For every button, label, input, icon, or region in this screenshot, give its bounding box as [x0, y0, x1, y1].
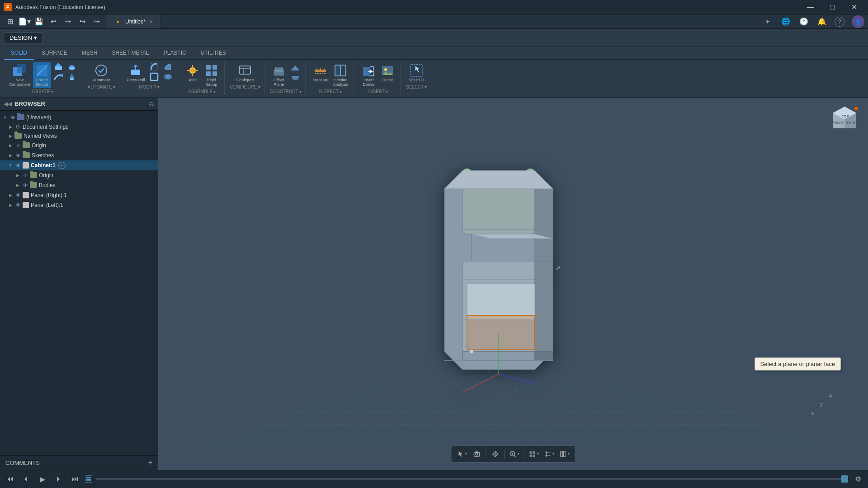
- tab-solid[interactable]: SOLID: [4, 47, 34, 60]
- sweep-tool[interactable]: [52, 72, 65, 81]
- extrude-tool[interactable]: [52, 62, 65, 71]
- insert-section-label[interactable]: INSERT ▾: [368, 89, 388, 94]
- redo-history-button[interactable]: ↪▾: [90, 15, 103, 28]
- root-eye-icon[interactable]: 👁: [9, 114, 16, 121]
- panel-left-eye-icon[interactable]: 👁: [14, 202, 22, 209]
- bodies-expand-icon[interactable]: ▶: [14, 182, 21, 188]
- assemble-section-label[interactable]: ASSEMBLE ▾: [188, 89, 216, 94]
- origin-eye-icon[interactable]: 👁: [14, 142, 22, 149]
- named-views-expand-icon[interactable]: ▶: [7, 133, 14, 139]
- panel-right-eye-icon[interactable]: 👁: [14, 192, 22, 199]
- new-component-tool[interactable]: NewComponent: [7, 62, 32, 88]
- rigid-group-tool[interactable]: RigidGroup: [203, 62, 221, 88]
- timeline-settings-button[interactable]: ⚙: [852, 473, 864, 485]
- chamfer-tool[interactable]: [161, 62, 174, 71]
- tab-surface[interactable]: SURFACE: [34, 47, 75, 60]
- timeline-prev-end-button[interactable]: ⏮: [4, 473, 16, 485]
- revolve-tool[interactable]: [66, 62, 78, 71]
- automate-tool[interactable]: Automate: [91, 62, 112, 84]
- design-mode-button[interactable]: DESIGN ▾: [4, 32, 43, 43]
- redo-button[interactable]: ↪: [76, 15, 89, 28]
- tree-item-cabinet1[interactable]: ▼ 👁 Cabinet:1 ●: [0, 160, 158, 170]
- plane-at-angle-tool[interactable]: [289, 62, 302, 71]
- active-tab[interactable]: 🔸 Untitled* ×: [107, 14, 161, 28]
- loft-tool[interactable]: [66, 72, 78, 81]
- tree-item-doc-settings[interactable]: ▶ ⚙ Document Settings: [0, 122, 158, 131]
- tree-item-bodies[interactable]: ▶ 👁 Bodies: [0, 180, 158, 190]
- user-avatar[interactable]: 👤: [852, 15, 864, 28]
- panel-left-expand-icon[interactable]: ▶: [7, 202, 14, 208]
- joint-tool[interactable]: Joint: [184, 62, 202, 88]
- tab-close-button[interactable]: ×: [149, 18, 153, 25]
- tab-plastic[interactable]: PLASTIC: [156, 47, 193, 60]
- shell-tool[interactable]: [148, 72, 160, 81]
- tangent-plane-tool[interactable]: [289, 72, 302, 81]
- section-analysis-tool[interactable]: SectionAnalysis: [331, 62, 350, 88]
- select-tool[interactable]: SELECT: [407, 62, 426, 84]
- tree-item-cabinet-origin[interactable]: ▶ 👁 Origin: [0, 170, 158, 180]
- tree-item-root[interactable]: ▼ 👁 (Unsaved): [0, 113, 158, 122]
- online-button[interactable]: 🌐: [780, 16, 791, 27]
- tree-item-origin[interactable]: ▶ 👁 Origin: [0, 141, 158, 150]
- recent-button[interactable]: 🕐: [798, 16, 809, 27]
- new-tab-button[interactable]: +: [762, 16, 773, 27]
- maximize-button[interactable]: □: [822, 0, 843, 14]
- tree-item-sketches[interactable]: ▶ 👁 Sketches: [0, 150, 158, 160]
- inspect-section-label[interactable]: INSPECT ▾: [319, 89, 342, 94]
- create-sketch-tool[interactable]: CreateSketch: [33, 62, 51, 88]
- comments-add-button[interactable]: +: [148, 459, 152, 467]
- minimize-button[interactable]: —: [800, 0, 821, 14]
- doc-settings-expand-icon[interactable]: ▶: [7, 124, 14, 130]
- construct-section-label[interactable]: CONSTRUCT ▾: [270, 89, 302, 94]
- sketches-expand-icon[interactable]: ▶: [7, 152, 14, 159]
- configure-tool[interactable]: Configure: [235, 62, 256, 84]
- timeline-prev-button[interactable]: ⏴: [20, 473, 33, 485]
- display-mode-button[interactable]: ▾: [527, 448, 541, 460]
- save-button[interactable]: 💾: [33, 15, 45, 28]
- browser-collapse-arrow[interactable]: ◀◀: [4, 101, 12, 107]
- grid-options-button[interactable]: ▾: [542, 448, 556, 460]
- undo-button[interactable]: ↩: [47, 15, 60, 28]
- sketches-eye-icon[interactable]: 👁: [14, 152, 22, 159]
- select-section-label[interactable]: SELECT ▾: [406, 84, 427, 89]
- cabinet-origin-expand-icon[interactable]: ▶: [14, 172, 21, 178]
- cabinet1-eye-icon[interactable]: 👁: [14, 162, 22, 169]
- timeline-track[interactable]: [96, 478, 848, 480]
- panel-right-expand-icon[interactable]: ▶: [7, 192, 14, 198]
- timeline-marker-button[interactable]: [85, 475, 92, 483]
- viewport-options-button[interactable]: ▾: [558, 448, 571, 460]
- bodies-eye-icon[interactable]: 👁: [22, 182, 29, 189]
- tab-mesh[interactable]: MESH: [75, 47, 105, 60]
- offset-plane-tool[interactable]: OffsetPlane: [270, 62, 288, 88]
- camera-button[interactable]: [471, 448, 483, 460]
- view-cube[interactable]: TOP RIGHT FRONT: [828, 105, 861, 137]
- tab-utilities[interactable]: UTILITIES: [193, 47, 233, 60]
- create-section-label[interactable]: CREATE ▾: [32, 89, 53, 94]
- automate-section-label[interactable]: AUTOMATE ▾: [88, 84, 116, 89]
- configure-section-label[interactable]: CONFIGURE ▾: [230, 84, 260, 89]
- tree-item-panel-right[interactable]: ▶ 👁 Panel (Right):1: [0, 190, 158, 200]
- viewport[interactable]: ↱ ↗ x y z TOP: [158, 98, 868, 470]
- grid-menu-button[interactable]: ⊞: [4, 15, 16, 28]
- tree-item-named-views[interactable]: ▶ Named Views: [0, 131, 158, 141]
- timeline-play-button[interactable]: ▶: [36, 473, 49, 485]
- help-button[interactable]: ?: [835, 17, 844, 27]
- cabinet1-circle-button[interactable]: ●: [58, 162, 66, 169]
- timeline-next-end-button[interactable]: ⏭: [69, 473, 81, 485]
- timeline-thumb[interactable]: [841, 475, 848, 483]
- close-button[interactable]: ✕: [844, 0, 864, 14]
- cursor-tool-button[interactable]: ▾: [455, 448, 469, 460]
- cabinet-origin-eye-icon[interactable]: 👁: [22, 172, 29, 179]
- modify-section-label[interactable]: MODIFY ▾: [139, 84, 160, 89]
- notifications-button[interactable]: 🔔: [816, 16, 827, 27]
- insert-derive-tool[interactable]: InsertDerive: [359, 62, 377, 88]
- press-pull-tool[interactable]: Press Pull: [125, 62, 147, 84]
- browser-pin-button[interactable]: ⊖: [149, 100, 154, 108]
- measure-tool[interactable]: Measure: [311, 62, 330, 88]
- comments-panel[interactable]: COMMENTS +: [0, 455, 158, 470]
- cabinet1-expand-icon[interactable]: ▼: [7, 162, 14, 169]
- timeline-next-button[interactable]: ⏵: [52, 473, 65, 485]
- root-expand-icon[interactable]: ▼: [2, 114, 8, 121]
- pan-button[interactable]: [489, 448, 502, 460]
- tab-sheet-metal[interactable]: SHEET METAL: [104, 47, 156, 60]
